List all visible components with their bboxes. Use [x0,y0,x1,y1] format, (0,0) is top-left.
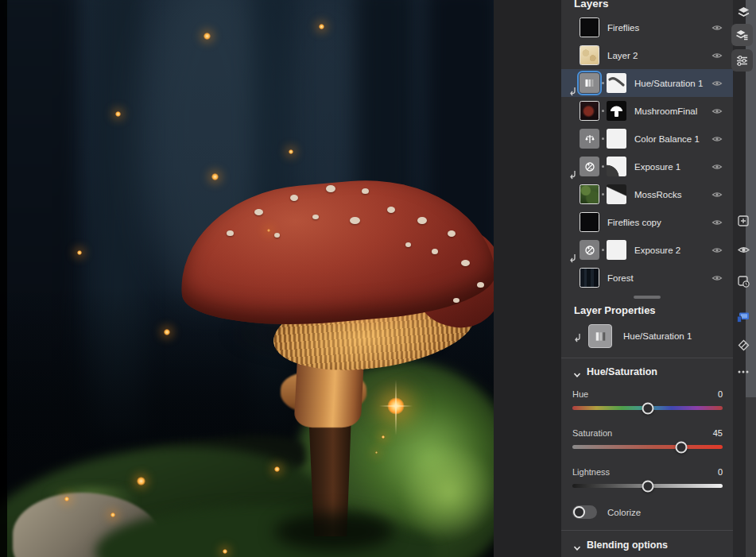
clean-tool-icon[interactable] [735,337,751,353]
lightness-slider-track[interactable] [572,484,723,488]
adjustment-layer-thumbnail[interactable] [588,324,612,348]
layer-name[interactable]: Color Balance 1 [634,134,700,144]
layer-name[interactable]: Exposure 2 [634,246,680,255]
layer-row-fireflies[interactable]: Fireflies [561,14,733,41]
saturation-slider: Saturation 45 [572,428,723,449]
cap-wart [350,217,360,224]
layer-row-layer-2[interactable]: Layer 2 [561,41,733,69]
layer-name[interactable]: Hue/Saturation 1 [634,79,703,88]
layer-mask-thumbnail[interactable] [607,184,626,204]
add-layer-icon[interactable] [735,213,751,229]
hue-saturation-section-header[interactable]: Hue/Saturation [561,364,733,380]
mask-link-icon[interactable] [602,82,604,84]
layer-mask-thumbnail[interactable] [607,129,626,149]
clipping-mask-arrow-icon [572,331,583,342]
layer-mask-thumbnail[interactable] [607,157,626,176]
panel-resize-handle[interactable] [634,296,661,299]
hue-slider: Hue 0 [572,389,723,410]
firefly [64,497,69,501]
visibility-eye-icon[interactable] [711,21,723,34]
visibility-eye-icon[interactable] [711,161,723,173]
layer-mask-thumbnail[interactable] [607,73,626,93]
cap-wart [432,249,438,254]
colorize-toggle[interactable] [572,505,597,519]
layer-mask-thumbnail[interactable] [607,101,626,121]
layer-name[interactable]: MossRocks [634,190,681,199]
visibility-eye-icon[interactable] [711,77,723,90]
layer-row-mushroomfinal[interactable]: MushroomFinal [561,97,733,125]
cap-wart [448,230,456,237]
divider [561,358,733,358]
blending-options-section-header[interactable]: Blending options [561,537,733,553]
hue-slider-handle[interactable] [642,402,653,414]
visibility-eye-icon[interactable] [711,133,723,145]
layer-row-color-balance-1[interactable]: Color Balance 1 [561,125,733,153]
chevron-down-icon [573,541,581,549]
visibility-eye-icon[interactable] [711,272,723,284]
adjustment-layer-thumbnail[interactable] [580,157,599,176]
firefly [204,33,211,40]
slider-value[interactable]: 0 [718,467,723,477]
firefly [110,513,115,517]
layer-name[interactable]: Exposure 1 [634,162,680,172]
mask-link-icon[interactable] [602,110,604,112]
layer-properties-selected-layer[interactable]: Hue/Saturation 1 [561,320,733,352]
layer-thumbnail[interactable] [580,268,599,288]
saturation-slider-track[interactable] [572,445,723,449]
cap-wart [312,215,319,219]
layer-thumbnail[interactable] [580,212,599,232]
visibility-eye-icon[interactable] [711,49,723,62]
layer-thumbnail[interactable] [580,184,599,204]
layer-row-hue-saturation-1[interactable]: Hue/Saturation 1 [561,69,733,97]
layer-thumbnail[interactable] [580,45,599,65]
colorize-row: Colorize [572,505,641,519]
layer-row-mossrocks[interactable]: MossRocks [561,180,733,208]
layer-name[interactable]: Fireflies [607,23,639,33]
layer-row-forest[interactable]: Forest [561,264,733,292]
visibility-eye-icon[interactable] [711,105,723,118]
mask-link-icon[interactable] [602,137,604,140]
more-options-icon[interactable] [735,364,751,380]
slider-label: Lightness [572,467,610,477]
cap-wart [461,260,470,266]
device-preview-icon[interactable] [735,309,751,325]
visibility-eye-icon[interactable] [711,216,723,229]
colorize-label: Colorize [607,508,641,517]
scrollbar-track-lower [746,397,756,557]
layers-stack-icon[interactable] [735,4,751,20]
visibility-icon[interactable] [735,242,751,257]
layer-thumbnail[interactable] [580,17,599,37]
adjustment-layer-thumbnail[interactable] [580,129,599,149]
layers-panel-button[interactable] [731,24,753,46]
mask-link-icon[interactable] [602,193,604,195]
mask-link-icon[interactable] [602,249,604,251]
layer-list: Fireflies Layer 2 [561,14,733,292]
visibility-eye-icon[interactable] [711,188,723,201]
adjustment-layer-thumbnail[interactable] [580,240,599,260]
canvas-document[interactable] [0,0,494,557]
workspace-background [0,0,561,557]
layer-mask-thumbnail[interactable] [607,240,626,260]
layer-name[interactable]: Fireflies copy [607,218,661,227]
firefly-ray [395,380,397,435]
adjustment-layer-thumbnail[interactable] [580,73,599,93]
layer-thumbnail[interactable] [580,101,599,121]
mask-link-icon[interactable] [602,165,604,168]
lightness-slider-handle[interactable] [642,480,653,492]
slider-value[interactable]: 0 [718,389,723,399]
layer-name[interactable]: Forest [607,273,634,283]
saturation-slider-handle[interactable] [676,441,688,453]
cap-wart [274,233,280,238]
layer-row-exposure-2[interactable]: Exposure 2 [561,236,733,264]
layer-row-fireflies-copy[interactable]: Fireflies copy [561,208,733,236]
slider-value[interactable]: 45 [713,428,723,438]
hue-slider-track[interactable] [572,406,723,410]
export-image-icon[interactable] [735,273,751,289]
firefly [211,173,219,180]
toggle-knob [573,506,585,518]
layer-row-exposure-1[interactable]: Exposure 1 [561,153,733,180]
adjustments-button[interactable] [731,49,753,72]
layer-name[interactable]: Layer 2 [607,51,638,60]
layer-name[interactable]: MushroomFinal [634,106,697,116]
visibility-eye-icon[interactable] [711,244,723,257]
